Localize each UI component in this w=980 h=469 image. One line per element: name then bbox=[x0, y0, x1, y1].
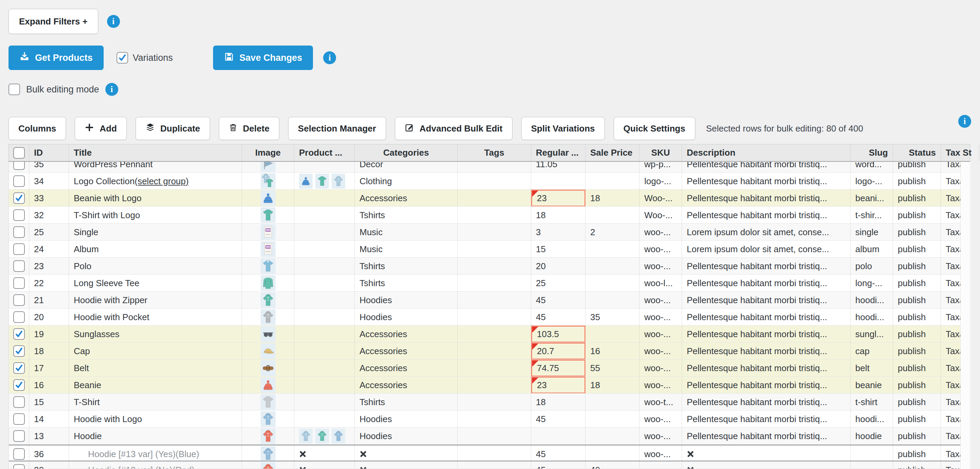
row-checkbox[interactable] bbox=[13, 362, 25, 374]
description-cell[interactable]: Pellentesque habitant morbi tristiq... bbox=[682, 292, 851, 308]
save-info-icon[interactable]: i bbox=[323, 51, 336, 64]
id-cell[interactable]: 13 bbox=[29, 428, 69, 445]
regular-cell[interactable]: 20.7 bbox=[531, 343, 585, 359]
sale-cell[interactable]: 18 bbox=[585, 377, 640, 394]
toolbar-button-delete[interactable]: Delete bbox=[219, 117, 279, 140]
tags-cell[interactable] bbox=[458, 292, 531, 308]
image-cell[interactable] bbox=[242, 394, 294, 410]
product-cell[interactable] bbox=[294, 359, 355, 377]
bulk-editing-info-icon[interactable]: i bbox=[105, 83, 118, 96]
image-cell[interactable] bbox=[242, 173, 294, 190]
row-checkbox[interactable] bbox=[13, 396, 25, 408]
toolbar-info-icon[interactable]: i bbox=[958, 115, 971, 128]
row-checkbox[interactable] bbox=[13, 226, 25, 238]
image-cell[interactable] bbox=[242, 258, 294, 275]
sku-cell[interactable]: logo-... bbox=[640, 173, 682, 190]
id-cell[interactable]: 32 bbox=[29, 207, 69, 224]
product-cell[interactable] bbox=[294, 162, 355, 173]
status-cell[interactable]: publish bbox=[893, 207, 941, 224]
sku-cell[interactable]: woo-... bbox=[640, 410, 682, 428]
title-cell[interactable]: Hoodie with Pocket bbox=[69, 308, 242, 326]
check-cell[interactable] bbox=[9, 428, 29, 445]
title-cell[interactable]: Hoodie bbox=[69, 428, 242, 445]
slug-cell[interactable]: cap bbox=[851, 343, 893, 359]
sale-cell[interactable] bbox=[585, 326, 640, 343]
sale-cell[interactable]: 55 bbox=[585, 359, 640, 377]
regular-cell[interactable] bbox=[531, 428, 585, 445]
tags-cell[interactable] bbox=[458, 343, 531, 359]
sku-cell[interactable]: woo-... bbox=[640, 377, 682, 394]
sale-cell[interactable] bbox=[585, 258, 640, 275]
sku-cell[interactable]: woo-... bbox=[640, 343, 682, 359]
sku-cell[interactable]: Woo-... bbox=[640, 207, 682, 224]
categories-cell[interactable]: Tshirts bbox=[355, 207, 458, 224]
check-cell[interactable] bbox=[9, 258, 29, 275]
title-cell[interactable]: Hoodie [#13 var] (Yes)(Blue) bbox=[69, 445, 242, 461]
tags-cell[interactable] bbox=[458, 162, 531, 173]
check-cell[interactable] bbox=[9, 162, 29, 173]
id-cell[interactable]: 21 bbox=[29, 292, 69, 308]
row-checkbox[interactable] bbox=[13, 448, 25, 460]
row-checkbox[interactable] bbox=[13, 328, 25, 340]
slug-cell[interactable]: album bbox=[851, 241, 893, 258]
regular-cell[interactable] bbox=[531, 173, 585, 190]
status-cell[interactable]: publish bbox=[893, 377, 941, 394]
slug-cell[interactable]: beani... bbox=[851, 190, 893, 207]
status-cell[interactable]: publish bbox=[893, 308, 941, 326]
description-cell[interactable]: Lorem ipsum dolor sit amet, conse... bbox=[682, 224, 851, 241]
toolbar-button-quick-settings[interactable]: Quick Settings bbox=[614, 117, 695, 140]
id-cell[interactable]: 15 bbox=[29, 394, 69, 410]
status-cell[interactable]: publish bbox=[893, 343, 941, 359]
toolbar-button-duplicate[interactable]: Duplicate bbox=[135, 117, 210, 140]
check-cell[interactable] bbox=[9, 308, 29, 326]
status-cell[interactable]: publish bbox=[893, 326, 941, 343]
sale-cell[interactable] bbox=[585, 394, 640, 410]
status-cell[interactable]: publish bbox=[893, 190, 941, 207]
slug-cell[interactable] bbox=[851, 445, 893, 461]
description-cell[interactable]: Pellentesque habitant morbi tristiq... bbox=[682, 308, 851, 326]
id-cell[interactable]: 18 bbox=[29, 343, 69, 359]
regular-cell[interactable]: 15 bbox=[531, 241, 585, 258]
row-checkbox[interactable] bbox=[13, 294, 25, 306]
status-cell[interactable]: publish bbox=[893, 461, 941, 469]
slug-cell[interactable]: polo bbox=[851, 258, 893, 275]
title-cell[interactable]: T-Shirt with Logo bbox=[69, 207, 242, 224]
product-cell[interactable] bbox=[294, 190, 355, 207]
image-cell[interactable] bbox=[242, 308, 294, 326]
filters-info-icon[interactable]: i bbox=[107, 15, 120, 28]
image-cell[interactable] bbox=[242, 207, 294, 224]
tags-cell[interactable] bbox=[458, 173, 531, 190]
check-cell[interactable] bbox=[9, 275, 29, 292]
description-cell[interactable]: Pellentesque habitant morbi tristiq... bbox=[682, 173, 851, 190]
regular-cell[interactable]: 45 bbox=[531, 292, 585, 308]
column-header-categories[interactable]: Categories bbox=[355, 145, 458, 161]
regular-cell[interactable]: 18 bbox=[531, 207, 585, 224]
image-cell[interactable] bbox=[242, 292, 294, 308]
image-cell[interactable] bbox=[242, 275, 294, 292]
id-cell[interactable]: 38 bbox=[29, 461, 69, 469]
slug-cell[interactable]: logo-... bbox=[851, 173, 893, 190]
title-cell[interactable]: Hoodie with Logo bbox=[69, 410, 242, 428]
product-cell[interactable] bbox=[294, 308, 355, 326]
description-cell[interactable]: Pellentesque habitant morbi tristiq... bbox=[682, 326, 851, 343]
column-header-regular[interactable]: Regular ... bbox=[531, 145, 585, 161]
row-checkbox[interactable] bbox=[13, 464, 25, 469]
sale-cell[interactable]: 16 bbox=[585, 343, 640, 359]
image-cell[interactable]: WOO bbox=[242, 224, 294, 241]
regular-cell[interactable]: 103.5 bbox=[531, 326, 585, 343]
check-cell[interactable] bbox=[9, 190, 29, 207]
image-cell[interactable] bbox=[242, 326, 294, 343]
product-cell[interactable] bbox=[294, 445, 355, 461]
categories-cell[interactable]: Accessories bbox=[355, 377, 458, 394]
title-cell[interactable]: T-Shirt bbox=[69, 394, 242, 410]
title-cell[interactable]: Album bbox=[69, 241, 242, 258]
row-checkbox[interactable] bbox=[13, 430, 25, 442]
image-cell[interactable] bbox=[242, 410, 294, 428]
image-cell[interactable] bbox=[242, 162, 294, 173]
id-cell[interactable]: 16 bbox=[29, 377, 69, 394]
column-header-check[interactable] bbox=[9, 145, 29, 161]
image-cell[interactable] bbox=[242, 445, 294, 461]
tags-cell[interactable] bbox=[458, 359, 531, 377]
variations-checkbox[interactable] bbox=[116, 52, 128, 64]
sale-cell[interactable] bbox=[585, 275, 640, 292]
